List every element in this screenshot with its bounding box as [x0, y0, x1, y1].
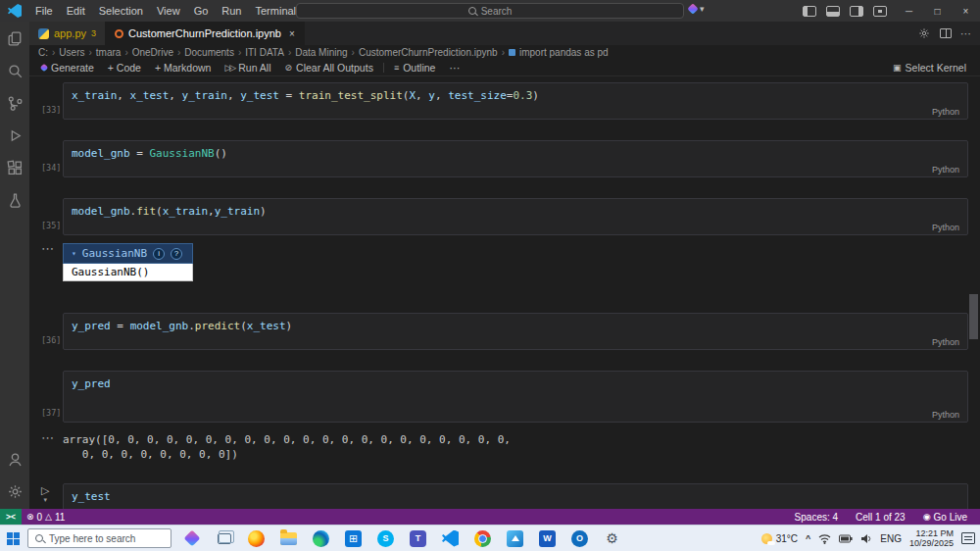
activitybar-testing[interactable]	[3, 188, 26, 212]
editor-gear-icon[interactable]	[917, 26, 931, 40]
vscode-icon[interactable]	[434, 526, 466, 551]
cell-position-indicator[interactable]: Cell 1 of 23	[851, 512, 910, 523]
search-icon	[35, 534, 43, 542]
cell-language-label[interactable]: Python	[932, 223, 959, 232]
estimator-header[interactable]: ▾GaussianNBi?	[63, 243, 193, 264]
split-editor-icon[interactable]	[940, 28, 952, 38]
code-token: y_pred	[72, 377, 111, 390]
clock[interactable]: 12:21 PM 10/29/2025	[909, 528, 954, 549]
close-window-button[interactable]: ×	[952, 0, 980, 22]
file-explorer-icon[interactable]	[272, 526, 305, 551]
breadcrumb-item[interactable]: Documents	[184, 47, 234, 58]
cell-language-label[interactable]: Python	[932, 165, 959, 175]
cell-code: y_test	[72, 489, 959, 504]
breadcrumb-item[interactable]: C:	[38, 47, 48, 58]
scrollbar-thumb[interactable]	[969, 294, 978, 339]
teams-icon[interactable]: T	[402, 526, 434, 551]
search-icon	[6, 62, 24, 80]
menu-go[interactable]: Go	[187, 0, 216, 22]
photos-icon[interactable]	[499, 526, 531, 551]
notification-center-icon[interactable]	[961, 532, 975, 544]
generate-button[interactable]: Generate	[35, 60, 100, 75]
activitybar-search[interactable]	[3, 59, 26, 82]
activitybar-extensions[interactable]	[3, 156, 26, 179]
cell-editor[interactable]: y_pred = model_gnb.predict(x_test)Python	[63, 313, 968, 350]
minimize-button[interactable]: ─	[895, 0, 923, 22]
menu-selection[interactable]: Selection	[92, 0, 150, 22]
cell-language-label[interactable]: Python	[932, 410, 959, 420]
tab-app-py[interactable]: app.py 3	[29, 22, 106, 45]
breadcrumb-item[interactable]: CustomerChurnPrediction.ipynb	[359, 47, 498, 58]
run-all-button[interactable]: ▷▷ Run All	[219, 60, 276, 75]
activitybar-explorer[interactable]	[3, 26, 26, 50]
output-collapse-ellipsis[interactable]: ⋯	[41, 241, 54, 256]
toggle-panel-icon[interactable]	[826, 6, 840, 17]
chrome-icon[interactable]	[466, 526, 499, 551]
breadcrumb-item[interactable]: OneDrive	[132, 47, 173, 58]
tab-customerchurnprediction-ipynb[interactable]: CustomerChurnPrediction.ipynb ×	[106, 22, 305, 45]
language-indicator[interactable]: ENG	[880, 533, 902, 544]
menu-terminal[interactable]: Terminal	[249, 0, 304, 22]
start-button[interactable]	[0, 526, 25, 551]
task-view-icon[interactable]	[208, 526, 240, 551]
cell-editor[interactable]: model_gnb.fit(x_train,y_train)Python	[63, 198, 968, 235]
store-icon[interactable]: ⊞	[337, 526, 369, 551]
activitybar-accounts[interactable]	[3, 447, 26, 471]
menu-file[interactable]: File	[28, 0, 60, 22]
maximize-button[interactable]: □	[923, 0, 952, 22]
menu-view[interactable]: View	[150, 0, 187, 22]
copilot-icon[interactable]	[175, 526, 208, 551]
menu-run[interactable]: Run	[215, 0, 248, 22]
activitybar-run-debug[interactable]	[3, 124, 26, 147]
go-live-button[interactable]: ◉ Go Live	[918, 512, 972, 523]
activitybar-settings[interactable]	[3, 479, 26, 503]
help-icon[interactable]: ?	[171, 248, 182, 260]
more-actions-icon[interactable]: ⋯	[960, 27, 971, 40]
network-icon[interactable]	[818, 533, 831, 544]
problems-indicator[interactable]: ⊗ 0 △ 11	[22, 512, 70, 523]
select-kernel-button[interactable]: ▣ Select Kernel	[887, 60, 972, 75]
info-icon[interactable]: i	[153, 248, 165, 260]
settings-icon[interactable]: ⚙	[596, 526, 628, 551]
warning-count: 11	[55, 512, 65, 523]
hidden-icons-chevron[interactable]: ^	[806, 533, 810, 543]
cell-language-label[interactable]: Python	[932, 337, 959, 347]
breadcrumb-item[interactable]: tmara	[96, 47, 122, 58]
breadcrumb-item[interactable]: Users	[59, 47, 84, 58]
toolbar-more-button[interactable]: ⋯	[443, 60, 466, 75]
output-collapse-ellipsis[interactable]: ⋯	[41, 430, 54, 445]
firefox-icon[interactable]	[240, 526, 272, 551]
toggle-secondary-sidebar-icon[interactable]	[850, 6, 863, 17]
cell-editor[interactable]: x_train, x_test, y_train, y_test = train…	[63, 82, 968, 120]
cell-language-label[interactable]: Python	[932, 107, 959, 117]
edge-icon[interactable]	[305, 526, 337, 551]
vscode-logo-icon[interactable]	[8, 4, 22, 18]
outlook-icon[interactable]: O	[564, 526, 596, 551]
cell-editor[interactable]: y_pred Python	[63, 371, 968, 423]
outline-button[interactable]: ≡ Outline	[388, 60, 442, 75]
add-markdown-button[interactable]: + Markdown	[149, 60, 217, 75]
breadcrumb-item[interactable]: Data Mining	[295, 47, 347, 58]
cell-editor[interactable]: y_test	[63, 483, 968, 509]
search-command-center[interactable]: Search	[296, 3, 684, 19]
activitybar-source-control[interactable]	[3, 91, 26, 115]
copilot-menu[interactable]: ▾	[689, 4, 705, 14]
battery-icon[interactable]	[839, 534, 853, 543]
skype-icon[interactable]: S	[369, 526, 402, 551]
cell-editor[interactable]: model_gnb = GaussianNB()Python	[63, 140, 968, 177]
toggle-sidebar-icon[interactable]	[803, 6, 816, 17]
word-icon[interactable]: W	[531, 526, 564, 551]
remote-indicator[interactable]: ><	[0, 509, 22, 525]
menu-edit[interactable]: Edit	[60, 0, 92, 22]
close-tab-icon[interactable]: ×	[289, 28, 295, 39]
breadcrumb-item[interactable]: ITI DATA	[245, 47, 284, 58]
clear-outputs-button[interactable]: ⊘ Clear All Outputs	[279, 60, 379, 75]
taskbar-search[interactable]: Type here to search	[27, 528, 172, 548]
run-cell-button[interactable]: ▷▾	[41, 486, 49, 504]
weather-widget[interactable]: 31°C	[761, 533, 798, 544]
volume-icon[interactable]	[860, 533, 872, 544]
add-code-button[interactable]: + Code	[102, 60, 147, 75]
breadcrumb-item[interactable]: import pandas as pd	[519, 47, 609, 58]
indent-indicator[interactable]: Spaces: 4	[790, 512, 843, 523]
customize-layout-icon[interactable]	[873, 6, 887, 17]
